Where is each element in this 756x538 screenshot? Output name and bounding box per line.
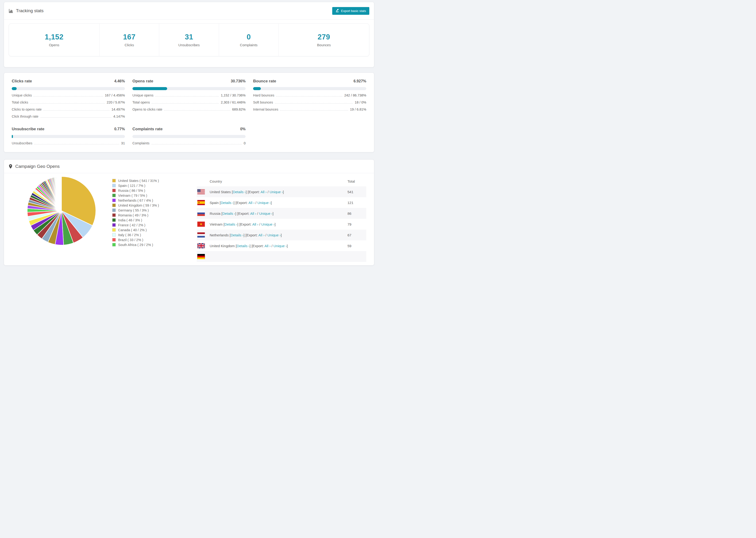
rate-title: Clicks rate bbox=[12, 79, 32, 83]
summary-value: 167 bbox=[123, 33, 135, 41]
geo-table-header: Country Total bbox=[197, 176, 366, 187]
legend-label: South Africa ( 29 / 2% ) bbox=[118, 243, 153, 247]
export-icon bbox=[336, 9, 339, 13]
legend-item-united-states[interactable]: United States ( 541 / 31% ) bbox=[112, 179, 190, 183]
pie-slice[interactable] bbox=[61, 177, 62, 211]
geo-total-cell: 121 bbox=[348, 201, 366, 205]
rate-head: Opens rate 30.736% bbox=[133, 79, 245, 83]
stat-row-hard-bounces: Hard bounces 242 / 86.738% bbox=[253, 93, 366, 97]
details-link[interactable]: Details › bbox=[225, 222, 237, 226]
export-unique-link[interactable]: Unique › bbox=[274, 244, 287, 248]
legend-item-brazil[interactable]: Brazil ( 33 / 2% ) bbox=[112, 238, 190, 242]
summary-label: Bounces bbox=[317, 43, 331, 47]
legend-item-spain[interactable]: Spain ( 121 / 7% ) bbox=[112, 184, 190, 188]
legend-item-france[interactable]: France ( 42 / 2% ) bbox=[112, 223, 190, 227]
summary-value: 31 bbox=[185, 33, 193, 41]
legend-item-romania[interactable]: Romania ( 49 / 3% ) bbox=[112, 213, 190, 217]
details-link[interactable]: Details › bbox=[222, 211, 235, 215]
flag-vn-icon bbox=[197, 222, 205, 227]
geo-title-text: Campaign Geo Opens bbox=[15, 164, 60, 169]
legend-label: United Kingdom ( 59 / 3% ) bbox=[118, 203, 159, 207]
export-all-link[interactable]: All › bbox=[264, 244, 270, 248]
legend-label: Spain ( 121 / 7% ) bbox=[118, 184, 145, 188]
export-unique-link[interactable]: Unique › bbox=[270, 190, 283, 194]
dotted-leader bbox=[280, 110, 348, 111]
stat-row-internal-bounces: Internal bounces 19 / 6.81% bbox=[253, 108, 366, 111]
flag-es-icon bbox=[197, 200, 205, 205]
export-all-link[interactable]: All › bbox=[258, 233, 265, 237]
geo-table-row-netherlands: Netherlands [Details ›] [Export: All › /… bbox=[197, 230, 366, 241]
stat-row-total-opens: Total opens 2,303 / 61.446% bbox=[133, 100, 245, 104]
export-unique-link[interactable]: Unique › bbox=[267, 233, 281, 237]
progress-fill bbox=[12, 135, 13, 138]
legend-item-russia[interactable]: Russia ( 86 / 5% ) bbox=[112, 189, 190, 192]
geo-header: Campaign Geo Opens bbox=[4, 160, 374, 173]
legend-item-south-africa[interactable]: South Africa ( 29 / 2% ) bbox=[112, 243, 190, 247]
legend-item-netherlands[interactable]: Netherlands ( 67 / 4% ) bbox=[112, 198, 190, 202]
geo-table-row-united-states: United States [Details ›] [Export: All ›… bbox=[197, 187, 366, 197]
geo-table-header-total: Total bbox=[348, 179, 366, 183]
details-link[interactable]: Details › bbox=[231, 233, 243, 237]
rate-title: Complaints rate bbox=[133, 127, 162, 132]
export-basic-stats-button[interactable]: Export basic stats bbox=[332, 7, 369, 15]
geo-total-cell: 86 bbox=[348, 211, 366, 215]
legend-swatch bbox=[112, 179, 116, 183]
dotted-leader bbox=[40, 117, 112, 118]
rate-block-opens-rate: Opens rate 30.736% Unique opens 1,152 / … bbox=[133, 79, 245, 118]
legend-swatch bbox=[112, 194, 116, 197]
geo-table-row-vietnam: Vietnam [Details ›] [Export: All › / Uni… bbox=[197, 219, 366, 230]
geo-table-row bbox=[197, 251, 366, 262]
export-all-link[interactable]: All › bbox=[252, 222, 258, 226]
geo-table-row-united-kingdom: United Kingdom [Details ›] [Export: All … bbox=[197, 241, 366, 251]
legend-swatch bbox=[112, 213, 116, 217]
export-all-link[interactable]: All › bbox=[261, 190, 267, 194]
export-unique-link[interactable]: Unique › bbox=[259, 211, 273, 215]
rate-value: 30.736% bbox=[231, 79, 245, 83]
summary-label: Complaints bbox=[240, 43, 257, 47]
rates-grid: Clicks rate 4.46% Unique clicks 167 / 4.… bbox=[4, 73, 374, 152]
legend-item-canada[interactable]: Canada ( 40 / 2% ) bbox=[112, 228, 190, 232]
legend-item-italy[interactable]: Italy ( 36 / 2% ) bbox=[112, 233, 190, 237]
summary-unsubscribes: 31Unsubscribes bbox=[159, 24, 219, 56]
rate-title: Bounce rate bbox=[253, 79, 276, 83]
export-unique-link[interactable]: Unique › bbox=[261, 222, 275, 226]
legend-item-vietnam[interactable]: Vietnam ( 79 / 5% ) bbox=[112, 194, 190, 197]
rate-value: 0.77% bbox=[114, 127, 125, 131]
rates-card: Clicks rate 4.46% Unique clicks 167 / 4.… bbox=[4, 73, 374, 152]
legend-swatch bbox=[112, 203, 116, 207]
export-all-link[interactable]: All › bbox=[250, 211, 256, 215]
details-link[interactable]: Details › bbox=[233, 190, 245, 194]
export-button-label: Export basic stats bbox=[341, 9, 366, 13]
geo-country-cell: United Kingdom [Details ›] [Export: All … bbox=[210, 244, 348, 248]
stat-row-unsubscribes: Unsubscribes 31 bbox=[12, 141, 125, 145]
stat-row-soft-bounces: Soft bounces 18 / 0% bbox=[253, 100, 366, 104]
export-all-link[interactable]: All › bbox=[248, 201, 254, 205]
header-divider bbox=[4, 20, 374, 20]
legend-item-united-kingdom[interactable]: United Kingdom ( 59 / 3% ) bbox=[112, 203, 190, 207]
legend-swatch bbox=[112, 218, 116, 222]
details-link[interactable]: Details › bbox=[221, 201, 234, 205]
legend-swatch bbox=[112, 198, 116, 202]
legend-swatch bbox=[112, 243, 116, 246]
stat-row-total-clicks: Total clicks 220 / 5.87% bbox=[12, 100, 125, 104]
legend-item-germany[interactable]: Germany ( 55 / 3% ) bbox=[112, 208, 190, 212]
legend-label: India ( 46 / 3% ) bbox=[118, 218, 142, 222]
export-unique-link[interactable]: Unique › bbox=[257, 201, 271, 205]
progress-bar bbox=[12, 135, 125, 138]
legend-item-india[interactable]: India ( 46 / 3% ) bbox=[112, 218, 190, 222]
campaign-geo-opens-card: Campaign Geo Opens United States ( 541 /… bbox=[4, 159, 374, 265]
geo-total-cell: 59 bbox=[348, 244, 366, 248]
flag-ru-icon bbox=[197, 211, 205, 216]
stat-row-unique-opens: Unique opens 1,152 / 30.736% bbox=[133, 93, 245, 97]
geo-total-cell: 67 bbox=[348, 233, 366, 237]
summary-stats-row: 1,152Opens167Clicks31Unsubscribes0Compla… bbox=[9, 24, 369, 56]
geo-total-cell: 541 bbox=[348, 190, 366, 194]
summary-clicks: 167Clicks bbox=[99, 24, 159, 56]
geo-pie-chart[interactable] bbox=[27, 176, 96, 245]
details-link[interactable]: Details › bbox=[237, 244, 249, 248]
legend-swatch bbox=[112, 238, 116, 242]
legend-swatch bbox=[112, 184, 116, 187]
rate-head: Bounce rate 6.927% bbox=[253, 79, 366, 83]
page: Tracking stats Export basic stats 1,152O… bbox=[0, 0, 378, 265]
legend-label: Netherlands ( 67 / 4% ) bbox=[118, 198, 153, 202]
